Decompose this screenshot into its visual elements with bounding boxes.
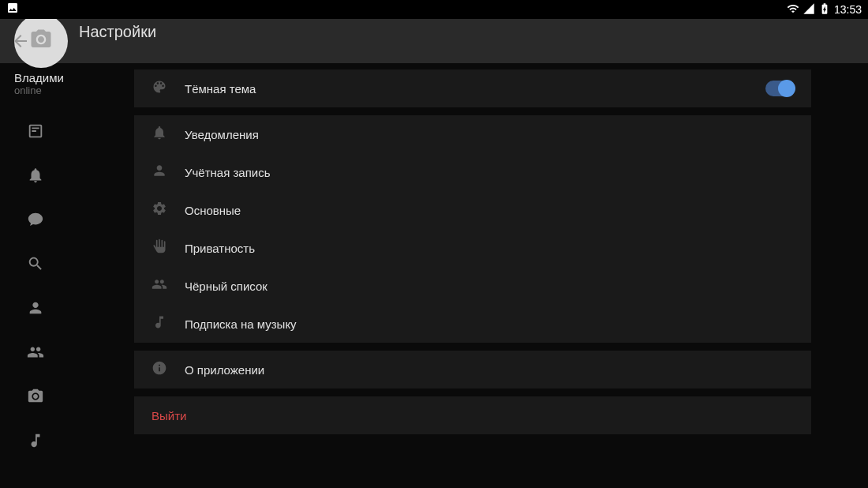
row-label: Учётная запись xyxy=(185,166,271,179)
row-music-subscription[interactable]: Подписка на музыку xyxy=(134,305,811,343)
camera-icon xyxy=(29,28,53,54)
avatar-container xyxy=(14,14,68,68)
user-status: online xyxy=(14,84,71,96)
search-icon xyxy=(27,255,44,276)
row-label: О приложении xyxy=(185,363,264,377)
news-icon xyxy=(27,122,44,143)
sidebar: Владими online xyxy=(0,63,71,488)
row-account[interactable]: Учётная запись xyxy=(134,153,811,191)
nav-photos[interactable] xyxy=(0,376,71,420)
section-logout: Выйти xyxy=(134,396,811,434)
section-appearance: Тёмная тема xyxy=(134,69,811,107)
row-about[interactable]: О приложении xyxy=(134,351,811,389)
row-general[interactable]: Основные xyxy=(134,191,811,229)
nav-search[interactable] xyxy=(0,243,71,287)
people-icon xyxy=(152,276,167,295)
info-icon xyxy=(152,360,167,379)
signal-icon xyxy=(803,2,815,17)
dark-theme-toggle[interactable] xyxy=(765,81,794,96)
chat-icon xyxy=(27,211,44,231)
row-logout[interactable]: Выйти xyxy=(134,396,811,434)
person-icon xyxy=(27,299,44,320)
gear-icon xyxy=(152,201,167,220)
back-button[interactable] xyxy=(11,32,30,54)
battery-charging-icon xyxy=(818,2,831,17)
row-blacklist[interactable]: Чёрный список xyxy=(134,267,811,305)
user-name: Владими xyxy=(14,71,71,84)
row-dark-theme[interactable]: Тёмная тема xyxy=(134,69,811,107)
row-privacy[interactable]: Приватность xyxy=(134,229,811,267)
camera-nav-icon xyxy=(27,388,44,408)
logout-label: Выйти xyxy=(152,409,186,422)
nav-news[interactable] xyxy=(0,111,71,155)
row-notifications[interactable]: Уведомления xyxy=(134,115,811,153)
person-icon xyxy=(152,163,167,182)
hand-icon xyxy=(152,238,167,257)
row-label: Уведомления xyxy=(185,128,259,141)
section-main: Уведомления Учётная запись Основные Прив… xyxy=(134,115,811,343)
row-label: Основные xyxy=(185,204,241,217)
nav-notifications[interactable] xyxy=(0,155,71,199)
bell-icon xyxy=(27,167,44,187)
row-label: Подписка на музыку xyxy=(185,317,297,331)
palette-icon xyxy=(152,79,167,98)
music-nav-icon xyxy=(27,432,44,452)
section-about: О приложении xyxy=(134,351,811,389)
nav-friends[interactable] xyxy=(0,332,71,376)
nav-profile[interactable] xyxy=(0,287,71,332)
nav-messages[interactable] xyxy=(0,199,71,243)
picture-icon xyxy=(6,2,19,17)
settings-panel: Тёмная тема Уведомления Учётная запись О… xyxy=(71,63,868,488)
row-label: Приватность xyxy=(185,242,255,255)
people-icon xyxy=(27,343,44,364)
row-label: Тёмная тема xyxy=(185,82,256,96)
status-time: 13:53 xyxy=(834,3,862,16)
music-icon xyxy=(152,314,167,333)
bell-icon xyxy=(152,125,167,144)
row-label: Чёрный список xyxy=(185,280,268,293)
page-title: Настройки xyxy=(79,23,156,41)
nav-music[interactable] xyxy=(0,420,71,464)
wifi-icon xyxy=(787,2,799,17)
status-bar: 13:53 xyxy=(0,0,868,19)
user-block[interactable]: Владими online xyxy=(0,71,71,111)
